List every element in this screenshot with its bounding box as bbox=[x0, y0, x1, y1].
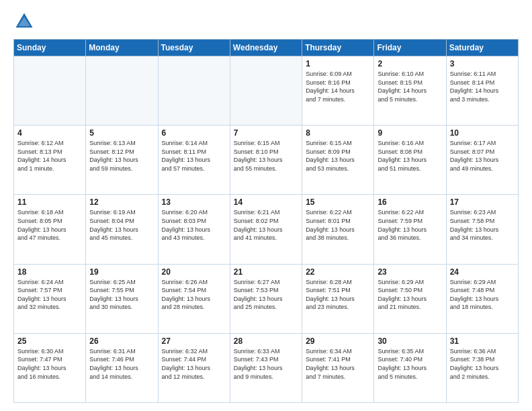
day-detail: Sunrise: 6:10 AMSunset: 8:15 PMDaylight:… bbox=[378, 70, 442, 103]
calendar-cell: 25Sunrise: 6:30 AMSunset: 7:47 PMDayligh… bbox=[14, 333, 86, 402]
day-detail: Sunrise: 6:17 AMSunset: 8:07 PMDaylight:… bbox=[450, 139, 515, 173]
day-number: 29 bbox=[306, 336, 370, 346]
calendar-cell: 15Sunrise: 6:22 AMSunset: 8:01 PMDayligh… bbox=[302, 195, 374, 264]
day-number: 6 bbox=[162, 128, 226, 138]
day-detail: Sunrise: 6:29 AMSunset: 7:50 PMDaylight:… bbox=[378, 278, 442, 312]
calendar-table: SundayMondayTuesdayWednesdayThursdayFrid… bbox=[13, 39, 519, 403]
day-number: 26 bbox=[89, 336, 154, 346]
calendar-cell: 23Sunrise: 6:29 AMSunset: 7:50 PMDayligh… bbox=[374, 264, 446, 333]
calendar-col-thursday: Thursday bbox=[302, 40, 374, 56]
day-number: 22 bbox=[306, 267, 370, 277]
day-detail: Sunrise: 6:15 AMSunset: 8:10 PMDaylight:… bbox=[234, 139, 298, 173]
day-number: 11 bbox=[17, 197, 82, 207]
calendar-col-friday: Friday bbox=[374, 40, 446, 56]
day-number: 7 bbox=[234, 128, 298, 138]
calendar-col-wednesday: Wednesday bbox=[230, 40, 302, 56]
day-detail: Sunrise: 6:16 AMSunset: 8:08 PMDaylight:… bbox=[378, 139, 442, 173]
calendar-cell: 29Sunrise: 6:34 AMSunset: 7:41 PMDayligh… bbox=[302, 333, 374, 402]
day-number: 8 bbox=[306, 128, 370, 138]
day-detail: Sunrise: 6:32 AMSunset: 7:44 PMDaylight:… bbox=[162, 347, 226, 381]
calendar-cell: 8Sunrise: 6:15 AMSunset: 8:09 PMDaylight… bbox=[302, 126, 374, 195]
calendar-week-1: 1Sunrise: 6:09 AMSunset: 8:16 PMDaylight… bbox=[14, 56, 519, 126]
day-number: 12 bbox=[89, 197, 154, 207]
day-detail: Sunrise: 6:13 AMSunset: 8:12 PMDaylight:… bbox=[89, 139, 154, 173]
calendar-cell: 26Sunrise: 6:31 AMSunset: 7:46 PMDayligh… bbox=[86, 333, 158, 402]
day-detail: Sunrise: 6:21 AMSunset: 8:02 PMDaylight:… bbox=[234, 208, 298, 242]
calendar-col-monday: Monday bbox=[86, 40, 158, 56]
calendar-cell bbox=[158, 56, 230, 126]
day-detail: Sunrise: 6:35 AMSunset: 7:40 PMDaylight:… bbox=[378, 347, 442, 381]
calendar-cell: 27Sunrise: 6:32 AMSunset: 7:44 PMDayligh… bbox=[158, 333, 230, 402]
calendar-cell: 30Sunrise: 6:35 AMSunset: 7:40 PMDayligh… bbox=[374, 333, 446, 402]
day-detail: Sunrise: 6:23 AMSunset: 7:58 PMDaylight:… bbox=[450, 208, 515, 242]
day-number: 4 bbox=[17, 128, 82, 138]
day-detail: Sunrise: 6:09 AMSunset: 8:16 PMDaylight:… bbox=[306, 70, 370, 103]
calendar-cell: 4Sunrise: 6:12 AMSunset: 8:13 PMDaylight… bbox=[14, 126, 86, 195]
day-number: 27 bbox=[162, 336, 226, 346]
calendar-col-tuesday: Tuesday bbox=[158, 40, 230, 56]
calendar-cell: 6Sunrise: 6:14 AMSunset: 8:11 PMDaylight… bbox=[158, 126, 230, 195]
day-number: 25 bbox=[17, 336, 82, 346]
day-number: 10 bbox=[450, 128, 515, 138]
day-detail: Sunrise: 6:22 AMSunset: 7:59 PMDaylight:… bbox=[378, 208, 442, 242]
calendar-cell: 22Sunrise: 6:28 AMSunset: 7:51 PMDayligh… bbox=[302, 264, 374, 333]
day-detail: Sunrise: 6:27 AMSunset: 7:53 PMDaylight:… bbox=[234, 278, 298, 312]
day-number: 15 bbox=[306, 197, 370, 207]
day-number: 16 bbox=[378, 197, 442, 207]
calendar-cell bbox=[230, 56, 302, 126]
day-number: 14 bbox=[234, 197, 298, 207]
day-number: 31 bbox=[450, 336, 515, 346]
logo-icon bbox=[13, 11, 35, 32]
day-detail: Sunrise: 6:28 AMSunset: 7:51 PMDaylight:… bbox=[306, 278, 370, 312]
day-detail: Sunrise: 6:18 AMSunset: 8:05 PMDaylight:… bbox=[17, 208, 82, 242]
calendar-cell: 2Sunrise: 6:10 AMSunset: 8:15 PMDaylight… bbox=[374, 56, 446, 126]
calendar-cell: 11Sunrise: 6:18 AMSunset: 8:05 PMDayligh… bbox=[14, 195, 86, 264]
day-number: 24 bbox=[450, 267, 515, 277]
day-detail: Sunrise: 6:11 AMSunset: 8:14 PMDaylight:… bbox=[450, 70, 515, 103]
calendar-cell: 28Sunrise: 6:33 AMSunset: 7:43 PMDayligh… bbox=[230, 333, 302, 402]
calendar-week-5: 25Sunrise: 6:30 AMSunset: 7:47 PMDayligh… bbox=[14, 333, 519, 402]
day-detail: Sunrise: 6:12 AMSunset: 8:13 PMDaylight:… bbox=[17, 139, 82, 173]
calendar-cell: 9Sunrise: 6:16 AMSunset: 8:08 PMDaylight… bbox=[374, 126, 446, 195]
day-detail: Sunrise: 6:33 AMSunset: 7:43 PMDaylight:… bbox=[234, 347, 298, 381]
calendar-col-saturday: Saturday bbox=[446, 40, 518, 56]
calendar-cell: 10Sunrise: 6:17 AMSunset: 8:07 PMDayligh… bbox=[446, 126, 518, 195]
day-number: 3 bbox=[450, 59, 515, 68]
calendar-col-sunday: Sunday bbox=[14, 40, 86, 56]
day-number: 20 bbox=[162, 267, 226, 277]
calendar-week-4: 18Sunrise: 6:24 AMSunset: 7:57 PMDayligh… bbox=[14, 264, 519, 333]
day-number: 30 bbox=[378, 336, 442, 346]
calendar-cell: 17Sunrise: 6:23 AMSunset: 7:58 PMDayligh… bbox=[446, 195, 518, 264]
day-number: 2 bbox=[378, 59, 442, 68]
day-detail: Sunrise: 6:14 AMSunset: 8:11 PMDaylight:… bbox=[162, 139, 226, 173]
day-detail: Sunrise: 6:24 AMSunset: 7:57 PMDaylight:… bbox=[17, 278, 82, 312]
calendar-cell: 12Sunrise: 6:19 AMSunset: 8:04 PMDayligh… bbox=[86, 195, 158, 264]
calendar-cell bbox=[14, 56, 86, 126]
day-detail: Sunrise: 6:20 AMSunset: 8:03 PMDaylight:… bbox=[162, 208, 226, 242]
calendar-cell: 3Sunrise: 6:11 AMSunset: 8:14 PMDaylight… bbox=[446, 56, 518, 126]
day-number: 1 bbox=[306, 59, 370, 68]
calendar-cell: 20Sunrise: 6:26 AMSunset: 7:54 PMDayligh… bbox=[158, 264, 230, 333]
day-detail: Sunrise: 6:22 AMSunset: 8:01 PMDaylight:… bbox=[306, 208, 370, 242]
day-number: 18 bbox=[17, 267, 82, 277]
day-detail: Sunrise: 6:34 AMSunset: 7:41 PMDaylight:… bbox=[306, 347, 370, 381]
calendar-week-2: 4Sunrise: 6:12 AMSunset: 8:13 PMDaylight… bbox=[14, 126, 519, 195]
header bbox=[13, 11, 519, 32]
day-detail: Sunrise: 6:19 AMSunset: 8:04 PMDaylight:… bbox=[89, 208, 154, 242]
calendar-cell: 5Sunrise: 6:13 AMSunset: 8:12 PMDaylight… bbox=[86, 126, 158, 195]
day-number: 21 bbox=[234, 267, 298, 277]
calendar-cell: 7Sunrise: 6:15 AMSunset: 8:10 PMDaylight… bbox=[230, 126, 302, 195]
calendar-cell: 24Sunrise: 6:29 AMSunset: 7:48 PMDayligh… bbox=[446, 264, 518, 333]
calendar-cell: 16Sunrise: 6:22 AMSunset: 7:59 PMDayligh… bbox=[374, 195, 446, 264]
day-detail: Sunrise: 6:15 AMSunset: 8:09 PMDaylight:… bbox=[306, 139, 370, 173]
calendar-header-row: SundayMondayTuesdayWednesdayThursdayFrid… bbox=[14, 40, 519, 56]
day-number: 28 bbox=[234, 336, 298, 346]
calendar-cell bbox=[86, 56, 158, 126]
calendar-cell: 21Sunrise: 6:27 AMSunset: 7:53 PMDayligh… bbox=[230, 264, 302, 333]
day-detail: Sunrise: 6:25 AMSunset: 7:55 PMDaylight:… bbox=[89, 278, 154, 312]
day-number: 23 bbox=[378, 267, 442, 277]
calendar-cell: 14Sunrise: 6:21 AMSunset: 8:02 PMDayligh… bbox=[230, 195, 302, 264]
day-number: 19 bbox=[89, 267, 154, 277]
calendar-cell: 13Sunrise: 6:20 AMSunset: 8:03 PMDayligh… bbox=[158, 195, 230, 264]
calendar-week-3: 11Sunrise: 6:18 AMSunset: 8:05 PMDayligh… bbox=[14, 195, 519, 264]
